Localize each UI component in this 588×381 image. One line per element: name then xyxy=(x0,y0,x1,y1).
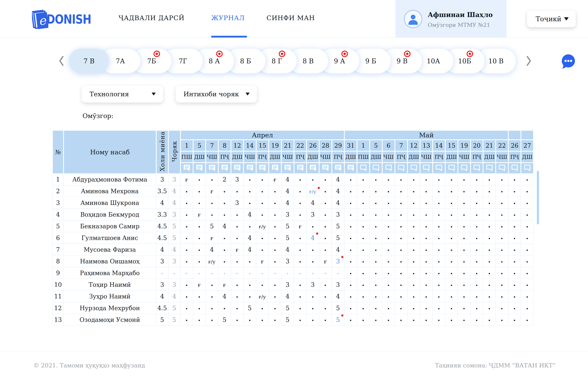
lesson-comment-cell[interactable] xyxy=(206,163,218,174)
grade-cell[interactable] xyxy=(218,209,231,221)
grade-cell[interactable]: 4 xyxy=(332,244,344,256)
grade-cell[interactable] xyxy=(508,314,521,326)
day-header-date[interactable]: 19 xyxy=(269,140,281,151)
grade-cell[interactable] xyxy=(395,303,407,314)
grade-cell[interactable] xyxy=(420,291,433,303)
grade-cell[interactable] xyxy=(420,303,433,314)
lesson-comment-cell[interactable] xyxy=(496,163,508,174)
grade-cell[interactable] xyxy=(294,244,307,256)
lesson-comment-cell[interactable] xyxy=(307,163,319,174)
grade-cell[interactable]: 4 xyxy=(281,174,294,186)
grade-cell[interactable]: 4 xyxy=(206,244,218,256)
grade-cell[interactable] xyxy=(458,197,471,209)
grade-cell[interactable] xyxy=(231,279,244,291)
lesson-comment-cell[interactable] xyxy=(407,163,420,174)
day-header-date[interactable]: 27 xyxy=(521,140,534,151)
grade-cell[interactable] xyxy=(382,291,395,303)
day-header-date[interactable]: 28 xyxy=(319,140,332,151)
lesson-comment-cell[interactable] xyxy=(294,163,307,174)
grade-cell[interactable]: 4 xyxy=(332,197,344,209)
grade-cell[interactable] xyxy=(496,186,508,197)
grade-cell[interactable] xyxy=(382,256,395,267)
grade-cell[interactable] xyxy=(521,197,534,209)
grade-cell[interactable] xyxy=(294,186,307,197)
grade-cell[interactable] xyxy=(319,209,332,221)
grade-cell[interactable] xyxy=(496,197,508,209)
grade-cell[interactable] xyxy=(256,232,269,244)
grade-cell[interactable] xyxy=(471,267,483,279)
grade-cell[interactable] xyxy=(420,267,433,279)
grade-cell[interactable]: 4 xyxy=(244,209,256,221)
lesson-comment-cell[interactable] xyxy=(344,163,357,174)
grade-cell[interactable] xyxy=(508,267,521,279)
student-name[interactable]: Нурзода Мехрубон xyxy=(63,303,156,314)
grade-cell[interactable] xyxy=(496,174,508,186)
grade-cell[interactable] xyxy=(508,221,521,232)
grade-cell[interactable] xyxy=(218,197,231,209)
day-header-date[interactable]: 8 xyxy=(218,140,231,151)
grade-cell[interactable] xyxy=(407,267,420,279)
nav-journal[interactable]: ЖУРНАЛ xyxy=(211,14,245,22)
grade-cell[interactable] xyxy=(471,279,483,291)
grade-cell[interactable]: 4 xyxy=(244,232,256,244)
grade-cell[interactable] xyxy=(433,303,445,314)
grade-cell[interactable] xyxy=(420,174,433,186)
class-tab[interactable]: 7 В xyxy=(69,49,109,74)
grade-cell[interactable] xyxy=(496,256,508,267)
grade-cell[interactable] xyxy=(508,174,521,186)
grade-cell[interactable] xyxy=(294,256,307,267)
day-header-date[interactable]: 6 xyxy=(382,140,395,151)
lesson-comment-cell[interactable] xyxy=(458,163,471,174)
grade-cell[interactable] xyxy=(395,244,407,256)
day-header-date[interactable]: 15 xyxy=(256,140,269,151)
day-header-date[interactable]: 5 xyxy=(193,140,206,151)
grade-cell[interactable]: 5 xyxy=(332,314,344,326)
day-header-date[interactable]: 31 xyxy=(344,140,357,151)
grade-cell[interactable] xyxy=(319,232,332,244)
grade-cell[interactable] xyxy=(483,197,496,209)
grade-cell[interactable]: 3 xyxy=(307,279,319,291)
grade-cell[interactable] xyxy=(471,209,483,221)
grade-cell[interactable] xyxy=(370,221,382,232)
grade-cell[interactable] xyxy=(344,232,357,244)
grade-cell[interactable] xyxy=(231,221,244,232)
grade-cell[interactable]: 5 xyxy=(281,314,294,326)
grade-cell[interactable] xyxy=(206,279,218,291)
grade-cell[interactable] xyxy=(407,291,420,303)
grade-cell[interactable] xyxy=(407,279,420,291)
grade-cell[interactable] xyxy=(433,256,445,267)
grade-cell[interactable] xyxy=(319,174,332,186)
grade-cell[interactable] xyxy=(206,267,218,279)
grade-cell[interactable] xyxy=(483,267,496,279)
grade-cell[interactable] xyxy=(231,267,244,279)
language-selector[interactable]: Тоҷикӣ xyxy=(527,11,576,27)
grade-cell[interactable] xyxy=(395,174,407,186)
grade-cell[interactable] xyxy=(420,232,433,244)
grade-cell[interactable] xyxy=(344,303,357,314)
grade-cell[interactable] xyxy=(218,303,231,314)
day-header-date[interactable]: 1 xyxy=(181,140,193,151)
grade-cell[interactable] xyxy=(193,267,206,279)
grade-cell[interactable]: ғ xyxy=(256,256,269,267)
grade-cell[interactable] xyxy=(471,174,483,186)
grade-cell[interactable] xyxy=(256,279,269,291)
lesson-comment-cell[interactable] xyxy=(508,163,521,174)
grade-cell[interactable] xyxy=(269,197,281,209)
grade-cell[interactable] xyxy=(319,221,332,232)
grade-cell[interactable] xyxy=(483,314,496,326)
grade-cell[interactable] xyxy=(181,314,193,326)
grade-cell[interactable] xyxy=(483,279,496,291)
grade-cell[interactable] xyxy=(496,244,508,256)
grade-cell[interactable]: 3 xyxy=(281,279,294,291)
grade-cell[interactable] xyxy=(218,186,231,197)
grade-cell[interactable] xyxy=(395,256,407,267)
grade-cell[interactable]: 5 xyxy=(281,303,294,314)
grade-cell[interactable] xyxy=(294,174,307,186)
grade-cell[interactable] xyxy=(244,186,256,197)
grade-cell[interactable] xyxy=(407,209,420,221)
grade-cell[interactable]: 4 xyxy=(218,221,231,232)
grade-cell[interactable] xyxy=(344,244,357,256)
grade-cell[interactable] xyxy=(307,303,319,314)
subject-dropdown[interactable]: Технология xyxy=(82,85,163,102)
grade-cell[interactable] xyxy=(407,197,420,209)
